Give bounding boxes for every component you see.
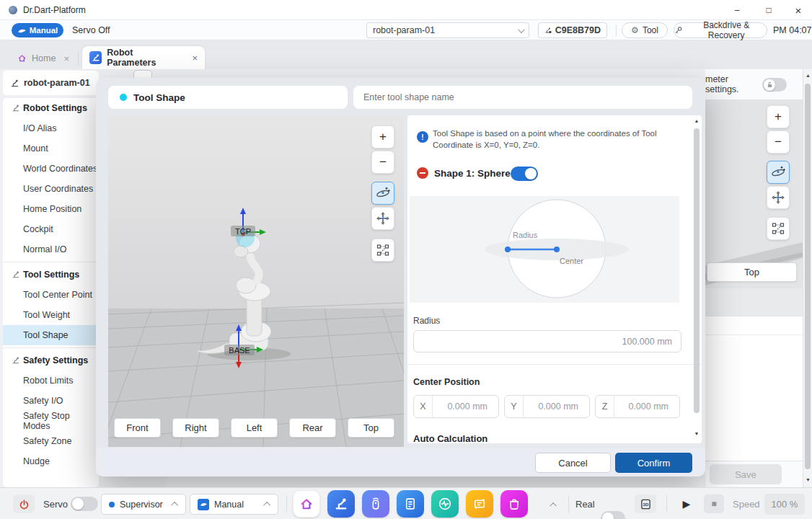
- sidebar-item-user-coordinates[interactable]: User Coordinates: [3, 179, 99, 199]
- robot-lock-icon: [544, 25, 552, 35]
- window-title: Dr.Dart-Platform: [23, 5, 86, 15]
- sidebar-item-nudge[interactable]: Nudge: [3, 451, 99, 471]
- dock-expand-chevron-icon[interactable]: [550, 502, 557, 510]
- radius-field[interactable]: [413, 330, 681, 352]
- power-button[interactable]: [13, 494, 35, 513]
- book-3d-icon: 3D: [640, 498, 652, 510]
- modal-title: Tool Shape: [133, 92, 185, 103]
- sidebar-item-cockpit[interactable]: Cockpit: [3, 219, 99, 239]
- mode-dropdown[interactable]: Manual: [190, 494, 278, 515]
- main-scrollbar[interactable]: ▲ ▼: [803, 69, 812, 487]
- panel-scrollbar[interactable]: ▲ ▼: [693, 118, 700, 440]
- real-mode-label: Real: [575, 499, 595, 510]
- device-id-badge[interactable]: C9E8B79D: [538, 22, 607, 38]
- minimize-button[interactable]: −: [721, 0, 753, 20]
- app-task-writer-icon[interactable]: [397, 490, 424, 518]
- bg-rotate-view-button[interactable]: [767, 161, 790, 184]
- confirm-button[interactable]: Confirm: [615, 453, 692, 473]
- app-store-icon[interactable]: [500, 490, 528, 518]
- remove-shape-icon[interactable]: [417, 167, 428, 179]
- play-button[interactable]: ▶: [676, 494, 697, 513]
- modal-footer: Cancel Confirm: [96, 448, 705, 476]
- bg-pan-view-button[interactable]: [767, 186, 790, 209]
- speed-value[interactable]: 100 %: [764, 494, 805, 515]
- settings-lock-toggle[interactable]: [762, 78, 787, 92]
- zoom-out-button[interactable]: −: [371, 151, 394, 174]
- tab-robot-parameters[interactable]: Robot Parameters ×: [82, 46, 205, 69]
- measure-button[interactable]: [371, 239, 394, 262]
- tool-shape-name-input[interactable]: [353, 86, 692, 109]
- tab-home[interactable]: Home ×: [10, 48, 76, 69]
- center-z-field[interactable]: Z: [595, 395, 680, 418]
- app-teach-pendant-icon[interactable]: [362, 490, 389, 518]
- background-page-strip: [166, 476, 704, 487]
- bg-zoom-in-button[interactable]: +: [767, 105, 790, 128]
- sidebar-item-tool-shape-active[interactable]: Tool Shape: [3, 325, 99, 345]
- shape-enable-toggle[interactable]: [511, 167, 538, 181]
- close-button[interactable]: ×: [785, 0, 812, 20]
- app-monitoring-icon[interactable]: [431, 490, 459, 518]
- z-axis-label: Z: [596, 396, 614, 417]
- rotate-view-button[interactable]: [371, 182, 394, 205]
- center-z-input[interactable]: [614, 402, 676, 412]
- param-file-dropdown[interactable]: robot-param-01: [366, 22, 529, 38]
- panel-scrollbar-thumb[interactable]: [694, 128, 700, 413]
- radius-input[interactable]: [414, 337, 681, 347]
- view-left-button[interactable]: Left: [231, 418, 278, 438]
- bg-view-top-button[interactable]: Top: [707, 262, 797, 282]
- tab-home-close-icon[interactable]: ×: [63, 53, 69, 64]
- scroll-down-icon[interactable]: ▼: [693, 431, 700, 436]
- zoom-in-button[interactable]: +: [371, 125, 394, 148]
- maximize-button[interactable]: □: [753, 0, 785, 20]
- sidebar-item-safety-zone[interactable]: Safety Zone: [3, 431, 99, 451]
- bg-measure-button[interactable]: [767, 217, 790, 240]
- measure-icon: [772, 222, 785, 235]
- toolbar: Manual Servo Off robot-param-01 C9E8B79D…: [0, 20, 812, 40]
- center-x-field[interactable]: X: [413, 395, 499, 418]
- sidebar-item-home-position[interactable]: Home Position: [3, 199, 99, 219]
- sidebar-item-world-coordinates[interactable]: World Coordinates: [3, 159, 99, 179]
- tool-button[interactable]: ⚙ Tool: [622, 22, 668, 38]
- view-top-button[interactable]: Top: [348, 418, 394, 438]
- servo-toggle[interactable]: [71, 497, 98, 511]
- save-button[interactable]: Save: [710, 464, 782, 484]
- y-axis-label: Y: [505, 396, 524, 417]
- sidebar-item-tool-center-point[interactable]: Tool Center Point: [3, 285, 99, 305]
- view-front-button[interactable]: Front: [114, 418, 161, 438]
- app-robot-params-icon[interactable]: [327, 490, 355, 518]
- sidebar-item-safety-io[interactable]: Safety I/O: [3, 391, 99, 411]
- sidebar-item-io-alias[interactable]: I/O Alias: [3, 118, 99, 138]
- app-home-icon[interactable]: [293, 490, 320, 518]
- scroll-up-icon[interactable]: ▲: [693, 118, 700, 123]
- center-y-input[interactable]: [524, 402, 586, 412]
- sidebar-item-safety-stop-modes[interactable]: Safety Stop Modes: [3, 411, 99, 431]
- app-message-icon[interactable]: [466, 490, 493, 518]
- main-scrollbar-thumb[interactable]: [805, 84, 811, 469]
- scroll-up-icon[interactable]: ▲: [803, 73, 812, 78]
- role-dropdown[interactable]: Supervisor: [101, 494, 186, 515]
- settings-text-fragment: meter settings.: [705, 74, 755, 94]
- stop-button[interactable]: ■: [704, 494, 724, 513]
- pan-view-button[interactable]: [371, 207, 394, 230]
- center-x-input[interactable]: [433, 402, 495, 412]
- sidebar-item-robot-limits[interactable]: Robot Limits: [3, 371, 99, 391]
- simulator-3d-button[interactable]: 3D: [635, 494, 656, 513]
- center-y-field[interactable]: Y: [504, 395, 590, 418]
- manual-mode-icon: [198, 499, 209, 510]
- section-divider: [407, 364, 702, 365]
- scroll-down-icon[interactable]: ▼: [803, 477, 812, 482]
- bg-zoom-out-button[interactable]: −: [767, 130, 790, 154]
- modal-header: Tool Shape: [108, 86, 348, 109]
- real-mode-toggle[interactable]: [601, 511, 625, 519]
- manual-mode-button[interactable]: Manual: [12, 23, 63, 37]
- sidebar-item-mount[interactable]: Mount: [3, 138, 99, 159]
- sidebar-item-normal-io[interactable]: Normal I/O: [3, 239, 99, 260]
- sidebar-item-tool-weight[interactable]: Tool Weight: [3, 305, 99, 325]
- cancel-button[interactable]: Cancel: [535, 453, 611, 473]
- robot-viewport[interactable]: TCP BASE + − Front Right Left Rear: [108, 115, 404, 447]
- pan-icon: [376, 211, 390, 226]
- view-right-button[interactable]: Right: [172, 418, 219, 438]
- view-rear-button[interactable]: Rear: [289, 418, 336, 438]
- tab-robot-parameters-close-icon[interactable]: ×: [192, 53, 198, 63]
- backdrive-recovery-button[interactable]: Backdrive & Recovery: [674, 22, 767, 38]
